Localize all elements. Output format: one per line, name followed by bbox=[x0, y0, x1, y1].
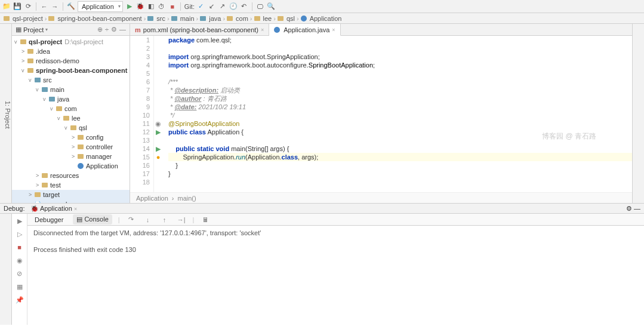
run-to-cursor-icon[interactable]: →| bbox=[176, 215, 187, 224]
tab-pom[interactable]: mpom.xml (spring-boot-bean-component)× bbox=[130, 24, 269, 35]
tree-item[interactable]: vlee bbox=[12, 113, 130, 123]
debug-side-buttons: ▶ ▷ ■ ◉ ⊘ ▦ 📌 bbox=[12, 214, 27, 325]
collapse-icon[interactable]: ÷ bbox=[105, 26, 109, 33]
warning-gutter-icon[interactable]: ● bbox=[154, 153, 162, 161]
bc-item[interactable]: spring-boot-bean-component bbox=[57, 15, 141, 22]
git-history-icon[interactable]: 🕘 bbox=[229, 2, 238, 11]
pin-icon[interactable]: 📌 bbox=[14, 295, 25, 305]
run-icon[interactable]: ▶ bbox=[125, 2, 134, 11]
run-config-combo[interactable]: Application bbox=[78, 1, 123, 12]
right-tool-strip bbox=[632, 24, 644, 203]
code-content[interactable]: package com.lee.qsl; import org.springfr… bbox=[162, 36, 632, 192]
console-output[interactable]: Disconnected from the target VM, address… bbox=[27, 226, 644, 325]
tree-item[interactable]: >manager bbox=[12, 152, 130, 161]
run-gutter-icon[interactable]: ▶ bbox=[154, 144, 162, 153]
bc-item[interactable]: qsl bbox=[286, 15, 295, 22]
debugger-tab[interactable]: Debugger bbox=[31, 215, 67, 224]
refresh-icon[interactable]: ⟳ bbox=[24, 2, 32, 11]
step-out-icon[interactable]: ↑ bbox=[159, 215, 170, 224]
project-panel: ▦Project▾ ⊕ ÷ ⚙ — v qsl-project D:\qsl-p… bbox=[12, 24, 130, 203]
tree-item[interactable]: vmain bbox=[12, 85, 130, 94]
debug-icon[interactable]: 🐞 bbox=[136, 2, 144, 11]
bc-item[interactable]: lee bbox=[263, 15, 272, 22]
tree-item[interactable]: >target bbox=[12, 190, 130, 199]
tree-item[interactable]: vjava bbox=[12, 94, 130, 104]
build-icon[interactable]: 🔨 bbox=[67, 2, 75, 11]
tree-item[interactable]: >redisson-demo bbox=[12, 56, 130, 66]
layout-icon[interactable]: ▦ bbox=[14, 282, 25, 291]
stop-icon[interactable]: ■ bbox=[168, 2, 177, 11]
debug-toolbar: Debug: 🐞 Application × ⚙ — bbox=[0, 203, 644, 214]
bc-item[interactable]: java bbox=[209, 15, 221, 22]
step-into-icon[interactable]: ↓ bbox=[143, 215, 153, 224]
profile-icon[interactable]: ⏱ bbox=[158, 2, 166, 11]
mute-breakpoints-icon[interactable]: ⊘ bbox=[14, 269, 25, 278]
gear-icon[interactable]: ⚙ bbox=[111, 26, 117, 33]
hide-icon[interactable]: — bbox=[119, 26, 126, 33]
tree-item[interactable]: vsrc bbox=[12, 75, 130, 85]
tree-item[interactable]: >config bbox=[12, 133, 130, 142]
editor-tabs: mpom.xml (spring-boot-bean-component)× A… bbox=[130, 24, 632, 36]
select-target-icon[interactable]: ⊕ bbox=[97, 26, 103, 33]
breadcrumb: qsl-project› spring-boot-bean-component›… bbox=[0, 13, 644, 24]
search-icon[interactable]: 🔍 bbox=[267, 2, 275, 11]
tree-item[interactable]: vqsl bbox=[12, 123, 130, 133]
tree-item[interactable]: >.idea bbox=[12, 47, 130, 56]
open-icon[interactable]: 📁 bbox=[2, 2, 11, 11]
debug-config-name[interactable]: Application bbox=[40, 205, 72, 212]
forward-icon[interactable]: → bbox=[51, 2, 59, 11]
project-tree[interactable]: v qsl-project D:\qsl-project >.idea>redi… bbox=[12, 36, 130, 203]
save-icon[interactable]: 💾 bbox=[13, 2, 21, 11]
tree-item[interactable]: >test bbox=[12, 180, 130, 190]
tree-root[interactable]: v qsl-project D:\qsl-project bbox=[12, 37, 130, 47]
run-gutter-icon[interactable]: ▶ bbox=[154, 128, 162, 136]
gutter-marks: ◉ ▶ ▶ ● bbox=[154, 36, 162, 192]
tree-item[interactable]: vcom bbox=[12, 104, 130, 113]
bc-item[interactable]: src bbox=[156, 15, 165, 22]
tree-item[interactable]: >resources bbox=[12, 171, 130, 180]
main-toolbar: 📁 💾 ⟳ ← → 🔨 Application ▶ 🐞 ◧ ⏱ ■ Git: ✓… bbox=[0, 0, 644, 13]
editor-area: mpom.xml (spring-boot-bean-component)× A… bbox=[130, 24, 632, 203]
close-icon[interactable]: × bbox=[261, 27, 264, 33]
line-numbers: 123456789101112131415161718 bbox=[130, 36, 154, 192]
git-rollback-icon[interactable]: ↶ bbox=[240, 2, 248, 11]
git-update-icon[interactable]: ✓ bbox=[197, 2, 205, 11]
evaluate-icon[interactable]: 🖩 bbox=[200, 215, 211, 224]
project-panel-title: Project bbox=[23, 26, 44, 33]
step-over-icon[interactable]: ↷ bbox=[126, 215, 137, 224]
tree-item[interactable]: Application bbox=[12, 161, 130, 171]
console-tab[interactable]: ▤ Console bbox=[73, 214, 112, 224]
debug-title: Debug: bbox=[4, 205, 24, 212]
bc-item[interactable]: Application bbox=[310, 15, 342, 22]
bc-item[interactable]: qsl-project bbox=[13, 15, 43, 22]
resume-icon[interactable]: ▷ bbox=[14, 229, 25, 239]
class-gutter-icon[interactable]: ◉ bbox=[154, 119, 162, 128]
back-icon[interactable]: ← bbox=[40, 2, 48, 11]
tab-application[interactable]: Application.java× bbox=[269, 24, 340, 36]
left-tool-strip: 1: Project 7: Structure bbox=[0, 24, 12, 203]
gear-icon[interactable]: ⚙ bbox=[626, 205, 632, 212]
tree-item[interactable]: 📄pom.xml bbox=[12, 199, 130, 203]
ide-settings-icon[interactable]: 🖵 bbox=[256, 2, 264, 11]
git-push-icon[interactable]: ↗ bbox=[218, 2, 227, 11]
bc-item[interactable]: com bbox=[236, 15, 248, 22]
coverage-icon[interactable]: ◧ bbox=[147, 2, 155, 11]
tree-item[interactable]: >controller bbox=[12, 142, 130, 152]
close-icon[interactable]: × bbox=[332, 27, 335, 33]
git-commit-icon[interactable]: ↙ bbox=[208, 2, 216, 11]
debug-panel: ▶ ▷ ■ ◉ ⊘ ▦ 📌 Debugger ▤ Console | ↷ ↓ ↑… bbox=[0, 214, 644, 325]
bc-item[interactable]: main bbox=[180, 15, 195, 22]
code-editor[interactable]: 123456789101112131415161718 ◉ ▶ ▶ ● pack… bbox=[130, 36, 632, 192]
stop-icon[interactable]: ■ bbox=[14, 242, 25, 252]
hide-icon[interactable]: — bbox=[634, 205, 640, 212]
project-tool-button[interactable]: 1: Project bbox=[4, 101, 11, 128]
rerun-icon[interactable]: ▶ bbox=[14, 216, 25, 226]
git-label: Git: bbox=[184, 3, 195, 10]
view-breakpoints-icon[interactable]: ◉ bbox=[14, 256, 25, 265]
editor-breadcrumb: Application›main() bbox=[130, 192, 632, 203]
tree-item[interactable]: vspring-boot-bean-component bbox=[12, 66, 130, 75]
